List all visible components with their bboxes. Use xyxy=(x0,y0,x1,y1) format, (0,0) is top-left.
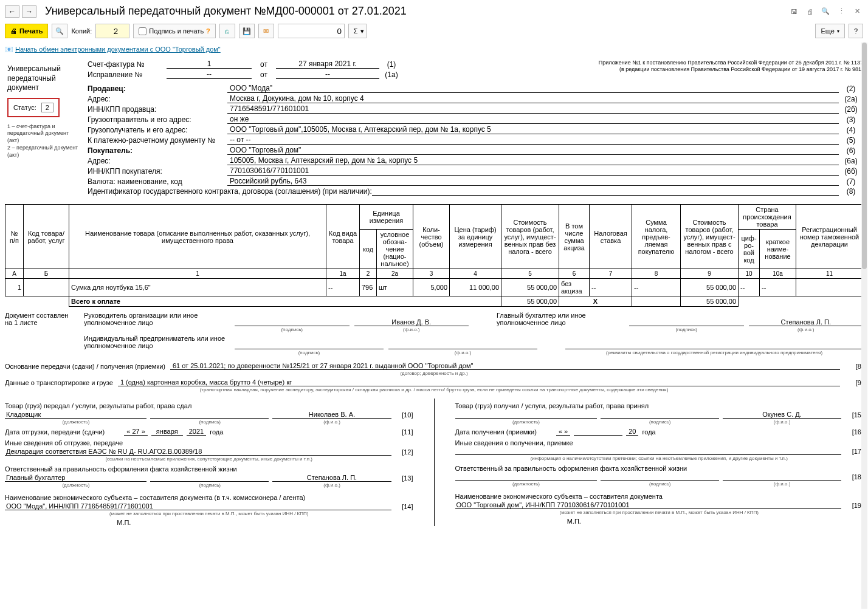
accountant-label: Главный бухгалтер или иное уполномоченно… xyxy=(497,312,624,326)
ref-2b: (2б) xyxy=(839,105,863,114)
total-tax xyxy=(632,296,681,307)
bl-fio: Николаев В. А. xyxy=(272,411,391,419)
consignee-label: Грузополучатель и его адрес: xyxy=(88,126,227,134)
bl-date-year: 2021 xyxy=(187,428,206,436)
br-mp: М.П. xyxy=(455,518,864,525)
ref-19: [19] xyxy=(845,502,863,509)
sub-position-r: (должность) xyxy=(455,419,598,425)
save-icon[interactable] xyxy=(788,6,800,17)
col-2: 2 xyxy=(360,269,377,279)
cell-country-code: -- xyxy=(739,279,760,296)
doc-type-label: Универсальный передаточный документ xyxy=(5,63,84,94)
entrepreneur-fio xyxy=(388,349,537,349)
cell-code xyxy=(24,279,69,296)
print-button[interactable]: Печать xyxy=(5,24,48,38)
ref-2: (2) xyxy=(839,84,863,93)
forward-button[interactable]: → xyxy=(22,5,36,18)
th-name: Наименование товара (описание выполненны… xyxy=(69,205,326,269)
bl-responsible-fio: Степанова Л. П. xyxy=(272,474,391,482)
seller: ООО "Мода" xyxy=(227,84,839,93)
help-button[interactable]: ? xyxy=(849,24,863,38)
th-unit-name: условное обозна-чение (нацио-нальное) xyxy=(377,230,413,269)
basis-block: Основание передачи (сдачи) / получения (… xyxy=(5,362,863,392)
invoice-label: Счет-фактура № xyxy=(88,60,167,69)
bl-mp: М.П. xyxy=(5,519,413,526)
sub-sign-3: (подпись) xyxy=(235,350,384,355)
scrollbar[interactable] xyxy=(861,43,867,531)
close-icon[interactable] xyxy=(851,6,863,17)
sub-sign-l2: (подпись) xyxy=(151,482,269,488)
br-date-month xyxy=(574,435,622,436)
ref-8: [8] xyxy=(845,363,863,370)
back-button[interactable]: ← xyxy=(5,5,19,18)
more-button[interactable]: Еще xyxy=(815,24,844,38)
bottom-right: Товар (груз) получил / услуги, результат… xyxy=(455,399,864,526)
sub-fio-r: (ф.и.о.) xyxy=(723,419,841,425)
sign-print-checkbox[interactable] xyxy=(139,27,146,35)
bl-other-value: Декларация соответствия ЕАЭС № RU Д- RU.… xyxy=(5,448,391,456)
preview-button[interactable] xyxy=(52,24,67,38)
th-rate: Налоговая ставка xyxy=(590,205,632,269)
preview-icon[interactable] xyxy=(819,6,832,17)
consignee: ООО "Торговый дом",105005, Москва г, Апт… xyxy=(227,125,839,134)
br-other-sub: (информация о наличии/отсутствии претенз… xyxy=(455,456,864,461)
left-panel: Универсальный передаточный документ Стат… xyxy=(5,60,88,200)
cell-cost-notax: 55 000,00 xyxy=(501,279,559,296)
number-input[interactable] xyxy=(278,24,345,38)
mail-button[interactable] xyxy=(258,24,274,38)
buyer-label: Покупатель: xyxy=(88,146,227,155)
payment-doc: -- от -- xyxy=(227,135,839,145)
copies-input[interactable] xyxy=(95,24,129,38)
ref-18: [18] xyxy=(845,473,863,481)
address-label: Адрес: xyxy=(88,95,227,103)
bl-responsible-sign xyxy=(150,481,269,482)
invoice-ref: (1) xyxy=(379,60,404,69)
from-label-2: от xyxy=(252,70,276,79)
seller-label: Продавец: xyxy=(88,84,227,93)
cell-unit-code: 796 xyxy=(360,279,377,296)
col-6: 6 xyxy=(559,269,590,279)
total-x: Х xyxy=(559,296,632,307)
col-11: 11 xyxy=(796,269,863,279)
sub-fio-l2: (ф.и.о.) xyxy=(273,482,391,488)
items-table: № п/п Код товара/ работ, услуг Наименова… xyxy=(5,204,863,307)
col-10a: 10а xyxy=(760,269,796,279)
col-5: 5 xyxy=(501,269,559,279)
doc-action-button[interactable] xyxy=(219,24,235,38)
bl-responsible-label: Ответственный за правильность оформления… xyxy=(5,465,413,473)
shipper: он же xyxy=(227,115,839,124)
cell-name: Сумка для ноутбука 15,6" xyxy=(69,279,326,296)
save-button[interactable] xyxy=(239,24,255,38)
bl-other-label: Иные сведения об отгрузке, передаче xyxy=(5,439,413,447)
ref-15: [15] xyxy=(845,411,863,419)
th-num: № п/п xyxy=(5,205,24,269)
exchange-link[interactable]: Начать обмен электронными документами с … xyxy=(15,46,221,53)
window-title: Универсальный передаточный документ №МД0… xyxy=(43,5,788,18)
br-fio: Окунев С. Д. xyxy=(723,411,841,419)
table-row: 1 Сумка для ноутбука 15,6" -- 796 шт 5,0… xyxy=(5,279,863,296)
toolbar: Печать Копий: Подпись и печать? ▾ Еще ? xyxy=(5,21,863,43)
print-label: Печать xyxy=(19,27,43,35)
sub-sign-r: (подпись) xyxy=(601,419,719,425)
sigma-button[interactable]: ▾ xyxy=(348,24,367,38)
transfer-value: 61 от 25.01.2021; по доверенности №125/2… xyxy=(170,362,840,370)
status-label: Статус: xyxy=(13,104,36,111)
ref-3: (3) xyxy=(839,115,863,124)
sub-fio-2: (ф.и.о.) xyxy=(749,327,864,332)
printer-icon[interactable] xyxy=(804,6,816,17)
buyer-address: 105005, Москва г, Аптекарский пер, дом №… xyxy=(227,156,839,165)
sub-fio-l: (ф.и.о.) xyxy=(273,419,391,425)
ref-8: (8) xyxy=(839,187,863,196)
accountant-fio: Степанова Л. П. xyxy=(749,318,864,326)
menu-icon[interactable] xyxy=(835,6,847,17)
ref-5: (5) xyxy=(839,136,863,145)
bottom-section: Товар (груз) передал / услуги, результат… xyxy=(5,399,863,526)
right-panel: Счет-фактура № 1 от 27 января 2021 г. (1… xyxy=(88,60,863,200)
ref-11: [11] xyxy=(395,428,413,436)
correction-date: -- xyxy=(276,70,379,79)
transfer-label: Основание передачи (сдачи) / получения (… xyxy=(5,363,165,370)
sub-sign-2: (подпись) xyxy=(629,327,744,332)
sign-print-button[interactable]: Подпись и печать? xyxy=(133,24,216,38)
th-tax: Сумма налога, предъяв-ляемая покупателю xyxy=(632,205,681,269)
buyer-address-label: Адрес: xyxy=(88,157,227,165)
